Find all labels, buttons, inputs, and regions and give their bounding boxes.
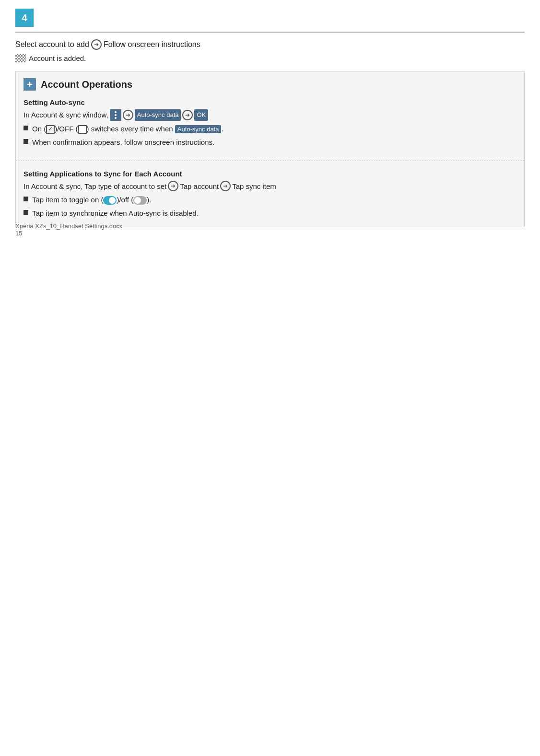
footer-page: 15 — [15, 230, 122, 237]
autosync-bullet-1: On (✓)/OFF () switches every time when A… — [23, 123, 517, 135]
bullet-square-2 — [23, 139, 28, 144]
syncapps-bullet-2-text: Tap item to synchronize when Auto-sync i… — [32, 208, 199, 219]
step-instruction: Select account to add ➜ Follow onscreen … — [15, 39, 525, 50]
footer: Xperia XZs_10_Handset Settings.docx 15 — [15, 222, 122, 237]
menu-dots-icon — [110, 109, 121, 121]
footer-filename: Xperia XZs_10_Handset Settings.docx — [15, 222, 122, 230]
arrow-icon-4: ➜ — [168, 181, 178, 191]
syncapps-bullet-1: Tap item to toggle on ()/off (). — [23, 194, 517, 206]
subsection-sync-apps: Setting Applications to Sync for Each Ac… — [16, 166, 524, 227]
top-divider — [15, 32, 525, 33]
result-text: Account is added. — [29, 54, 86, 62]
bullet-square-4 — [23, 210, 28, 215]
arrow-icon-5: ➜ — [220, 181, 231, 191]
highlight-auto-sync-data-1: Auto-sync data — [135, 109, 181, 121]
highlight-auto-sync-data-2: Auto-sync data — [175, 125, 222, 133]
bullet-square-1 — [23, 126, 28, 130]
bullet-square-3 — [23, 197, 28, 201]
syncapps-body-middle: Tap account — [180, 180, 219, 193]
syncapps-body-suffix: Tap sync item — [232, 180, 276, 193]
section-header: + Account Operations — [16, 71, 524, 94]
section-title: Account Operations — [41, 79, 132, 90]
autosync-bullets: On (✓)/OFF () switches every time when A… — [23, 123, 517, 148]
syncapps-bullet-2: Tap item to synchronize when Auto-sync i… — [23, 208, 517, 219]
step-badge: 4 — [15, 9, 525, 32]
checkbox-checked-icon: ✓ — [46, 125, 55, 134]
subsection-auto-sync: Setting Auto-sync In Account & sync wind… — [16, 94, 524, 156]
syncapps-bullet-1-content: Tap item to toggle on ()/off (). — [32, 194, 151, 206]
autosync-bullet-2-text: When confirmation appears, follow onscre… — [32, 137, 214, 148]
syncapps-bullets: Tap item to toggle on ()/off (). Tap ite… — [23, 194, 517, 219]
subsection-title-sync-apps: Setting Applications to Sync for Each Ac… — [23, 170, 517, 178]
arrow-icon-2: ➜ — [123, 110, 133, 120]
subsection-divider — [16, 161, 524, 161]
section-box: + Account Operations Setting Auto-sync I… — [15, 71, 525, 227]
toggle-on-icon — [103, 196, 117, 205]
subsection-title-auto-sync: Setting Auto-sync — [23, 98, 517, 106]
instruction-prefix: Select account to add — [15, 40, 89, 49]
checkbox-empty-icon — [78, 125, 87, 134]
step-number: 4 — [22, 12, 27, 23]
instruction-suffix: Follow onscreen instructions — [104, 40, 200, 49]
result-line: Account is added. — [15, 54, 525, 62]
syncapps-body-prefix: In Account & sync, Tap type of account t… — [23, 180, 166, 193]
plus-icon: + — [23, 78, 36, 91]
arrow-icon-3: ➜ — [182, 110, 193, 120]
autosync-body-line: In Account & sync window, ➜ Auto-sync da… — [23, 109, 517, 121]
checkered-icon — [15, 54, 26, 62]
autosync-body-prefix: In Account & sync window, — [23, 109, 108, 121]
autosync-bullet-1-content: On (✓)/OFF () switches every time when A… — [32, 123, 223, 135]
toggle-off-icon — [133, 196, 147, 205]
syncapps-body-line: In Account & sync, Tap type of account t… — [23, 180, 517, 193]
highlight-ok: OK — [194, 109, 208, 121]
autosync-bullet-2: When confirmation appears, follow onscre… — [23, 137, 517, 148]
arrow-icon-1: ➜ — [91, 39, 102, 50]
